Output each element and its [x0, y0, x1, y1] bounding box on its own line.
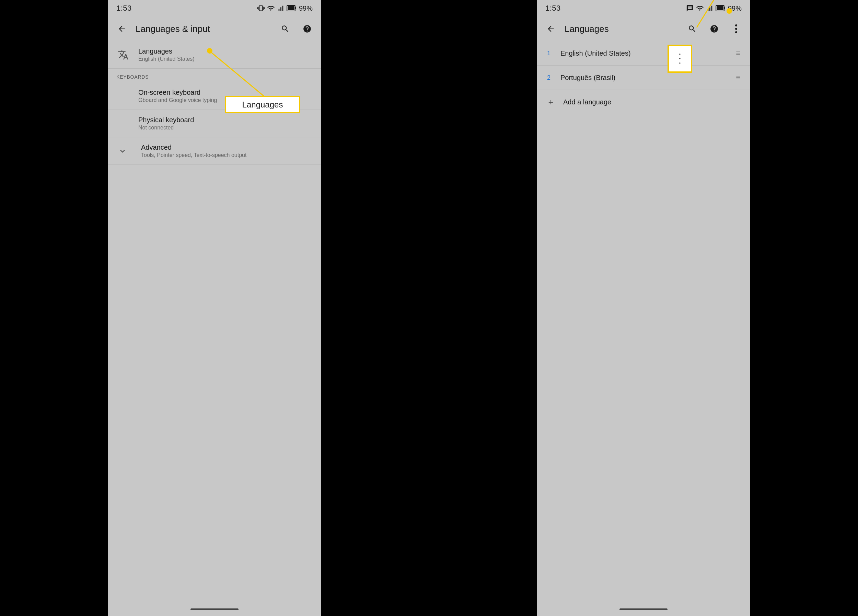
right-home-bar — [619, 608, 668, 610]
right-signal-icon — [706, 5, 713, 12]
keyboards-section-header: KEYBOARDS — [108, 68, 321, 82]
right-search-button[interactable] — [684, 20, 701, 37]
lang-number-2: 2 — [544, 74, 553, 81]
svg-rect-6 — [724, 7, 725, 9]
right-status-time: 1:53 — [546, 4, 561, 13]
advanced-text: Advanced Tools, Pointer speed, Text-to-s… — [141, 143, 246, 158]
languages-list: 1 English (United States) ≡ 2 Português … — [537, 41, 750, 602]
languages-menu-item[interactable]: Languages English (United States) — [108, 41, 321, 68]
signal-icon — [277, 5, 284, 12]
svg-rect-1 — [288, 6, 294, 10]
wifi-icon — [267, 5, 275, 12]
left-status-icons: 99% — [257, 5, 312, 12]
left-home-bar — [190, 608, 239, 610]
right-screen-title: Languages — [564, 24, 679, 34]
lang-name-2: Português (Brasil) — [560, 74, 726, 82]
left-phone-screen: 1:53 99% Languages & input — [108, 0, 321, 616]
svg-rect-5 — [717, 6, 723, 10]
advanced-title: Advanced — [141, 143, 246, 151]
onscreen-keyboard-text: On-screen keyboard Gboard and Google voi… — [138, 89, 217, 103]
battery-icon — [287, 5, 297, 12]
svg-point-9 — [735, 31, 737, 33]
onscreen-keyboard-title: On-screen keyboard — [138, 89, 217, 96]
left-battery-pct: 99% — [299, 5, 312, 12]
language-item-1[interactable]: 1 English (United States) ≡ — [537, 41, 750, 65]
lang-name-1: English (United States) — [560, 50, 726, 58]
svg-rect-2 — [295, 7, 296, 9]
languages-subtitle: English (United States) — [138, 56, 194, 62]
add-language-item[interactable]: + Add a language — [537, 90, 750, 114]
physical-keyboard-title: Physical keyboard — [138, 116, 194, 124]
advanced-item[interactable]: Advanced Tools, Pointer speed, Text-to-s… — [108, 137, 321, 165]
left-screen-title: Languages & input — [135, 24, 272, 34]
left-home-indicator — [108, 602, 321, 616]
vibrate-icon — [257, 5, 264, 12]
right-wifi-icon — [696, 5, 704, 12]
left-back-button[interactable] — [113, 20, 130, 37]
onscreen-keyboard-item[interactable]: On-screen keyboard Gboard and Google voi… — [108, 82, 321, 110]
add-language-label: Add a language — [563, 98, 611, 106]
chevron-down-icon — [117, 145, 129, 157]
language-item-2[interactable]: 2 Português (Brasil) ≡ — [537, 65, 750, 90]
right-more-button[interactable] — [728, 20, 745, 37]
right-home-indicator — [537, 602, 750, 616]
add-icon: + — [546, 97, 556, 107]
physical-keyboard-text: Physical keyboard Not connected — [138, 116, 194, 131]
message-icon — [686, 5, 693, 12]
translate-icon — [117, 48, 130, 62]
lang-number-1: 1 — [544, 50, 553, 57]
right-battery-pct: 99% — [728, 5, 741, 12]
left-top-bar: Languages & input — [108, 17, 321, 41]
svg-point-7 — [735, 24, 737, 26]
left-search-button[interactable] — [277, 20, 294, 37]
drag-handle-2[interactable]: ≡ — [733, 72, 743, 84]
svg-point-8 — [735, 28, 737, 30]
right-status-bar: 1:53 99% — [537, 0, 750, 17]
physical-keyboard-subtitle: Not connected — [138, 124, 194, 131]
right-help-button[interactable] — [706, 20, 723, 37]
left-status-bar: 1:53 99% — [108, 0, 321, 17]
advanced-subtitle: Tools, Pointer speed, Text-to-speech out… — [141, 152, 246, 158]
languages-text: Languages English (United States) — [138, 47, 194, 62]
languages-title: Languages — [138, 47, 194, 55]
left-help-button[interactable] — [299, 20, 316, 37]
spacer — [321, 0, 537, 616]
right-status-icons: 99% — [686, 5, 741, 12]
left-status-time: 1:53 — [117, 4, 132, 13]
physical-keyboard-item[interactable]: Physical keyboard Not connected — [108, 110, 321, 137]
onscreen-keyboard-subtitle: Gboard and Google voice typing — [138, 97, 217, 103]
right-back-button[interactable] — [542, 20, 559, 37]
right-top-bar: Languages — [537, 17, 750, 41]
right-phone-screen: 1:53 99% Languages — [537, 0, 750, 616]
right-battery-icon — [716, 5, 726, 12]
drag-handle-1[interactable]: ≡ — [733, 47, 743, 59]
